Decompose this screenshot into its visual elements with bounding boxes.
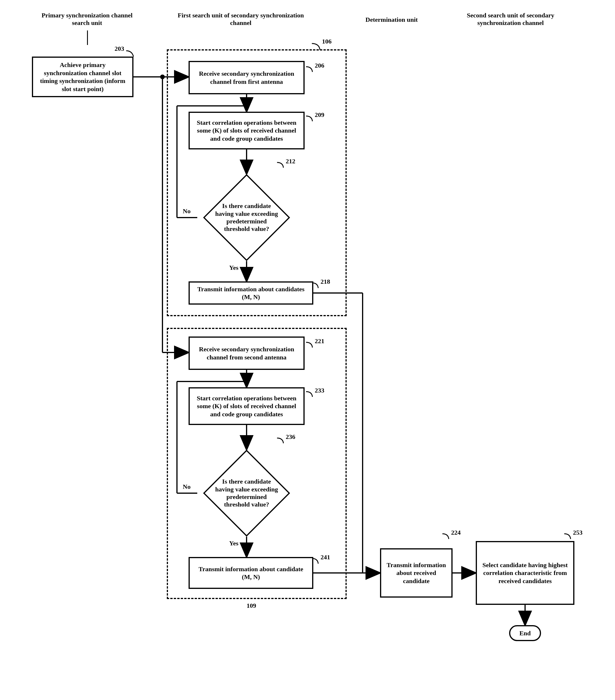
header-second-search: Second search unit of secondary synchron… (453, 12, 568, 27)
box-203-primary-sync: Achieve primary synchronization channel … (32, 57, 134, 97)
decision-212-threshold-first: Is there candidate having value exceedin… (203, 174, 290, 261)
box-209-text: Start correlation operations between som… (194, 118, 299, 143)
label-236-no: No (183, 483, 191, 490)
box-218-text: Transmit information about candidates (M… (194, 285, 308, 301)
decision-236-threshold-second: Is there candidate having value exceedin… (203, 450, 290, 537)
box-224-text: Transmit information about received cand… (386, 561, 447, 585)
box-241-text: Transmit information about candidate (M,… (194, 565, 308, 581)
label-212-yes: Yes (229, 264, 238, 272)
box-233-text: Start correlation operations between som… (194, 394, 299, 418)
box-233-correlation-second: Start correlation operations between som… (189, 387, 305, 425)
ref-106: 106 (322, 38, 331, 45)
ref-209: 209 (315, 111, 324, 118)
header-first-search: First search unit of secondary synchroni… (174, 12, 308, 27)
terminator-end: End (509, 625, 541, 641)
header-primary-text: Primary synchronization channel search u… (41, 12, 133, 26)
ref-212: 212 (286, 158, 295, 165)
svg-point-1 (160, 75, 165, 79)
header-first-search-text: First search unit of secondary synchroni… (178, 12, 304, 26)
box-253-text: Select candidate having highest correlat… (481, 561, 568, 585)
box-253-select-candidate: Select candidate having highest correlat… (476, 541, 574, 605)
label-212-no: No (183, 208, 191, 215)
box-221-text: Receive secondary synchronization channe… (194, 345, 299, 361)
box-218-transmit-candidates: Transmit information about candidates (M… (189, 282, 313, 304)
header-determination: Determination unit (351, 16, 432, 24)
ref-236: 236 (286, 433, 295, 441)
box-206-receive-first-antenna: Receive secondary synchronization channe… (189, 61, 305, 94)
ref-221: 221 (315, 337, 324, 345)
ref-203: 203 (115, 45, 124, 52)
header-primary-tick (87, 30, 88, 45)
ref-206: 206 (315, 62, 324, 69)
box-241-transmit-candidate: Transmit information about candidate (M,… (189, 557, 313, 589)
ref-253: 253 (573, 529, 582, 536)
header-primary: Primary synchronization channel search u… (35, 12, 139, 27)
box-221-receive-second-antenna: Receive secondary synchronization channe… (189, 337, 305, 370)
decision-212-text: Is there candidate having value exceedin… (215, 202, 278, 233)
terminator-end-text: End (519, 629, 530, 637)
ref-109: 109 (247, 602, 256, 610)
header-second-search-text: Second search unit of secondary synchron… (467, 12, 554, 26)
header-determination-text: Determination unit (365, 16, 418, 23)
label-236-yes: Yes (229, 540, 238, 547)
ref-233: 233 (315, 387, 324, 394)
decision-236-text: Is there candidate having value exceedin… (215, 478, 278, 509)
box-224-transmit-received: Transmit information about received cand… (380, 548, 453, 598)
ref-224: 224 (451, 529, 461, 536)
ref-241: 241 (321, 553, 330, 561)
ref-218: 218 (321, 278, 330, 286)
box-203-text: Achieve primary synchronization channel … (38, 61, 128, 93)
box-206-text: Receive secondary synchronization channe… (194, 70, 299, 86)
box-209-correlation-first: Start correlation operations between som… (189, 112, 305, 149)
